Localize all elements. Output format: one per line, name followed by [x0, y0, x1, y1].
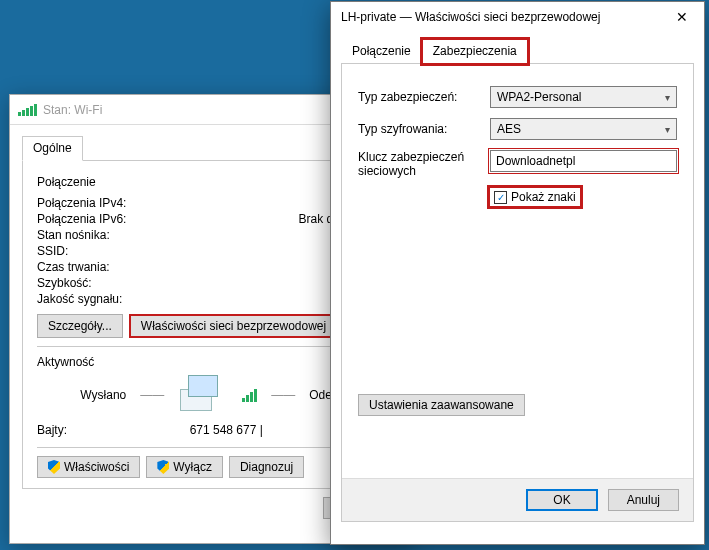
chevron-down-icon: ▾	[665, 124, 670, 135]
security-type-label: Typ zabezpieczeń:	[358, 90, 490, 104]
checkbox-checked-icon: ✓	[494, 191, 507, 204]
disable-button[interactable]: Wyłącz	[146, 456, 223, 478]
props-footer: OK Anuluj	[342, 478, 693, 521]
diagnose-button[interactable]: Diagnozuj	[229, 456, 304, 478]
encryption-type-label: Typ szyfrowania:	[358, 122, 490, 136]
properties-button[interactable]: Właściwości	[37, 456, 140, 478]
computer-icon	[178, 375, 228, 415]
security-type-select[interactable]: WPA2-Personal ▾	[490, 86, 677, 108]
signal-icon	[242, 389, 257, 402]
network-key-label: Klucz zabezpieczeń sieciowych	[358, 150, 490, 178]
shield-icon	[48, 460, 60, 474]
props-title: LH-private — Właściwości sieci bezprzewo…	[341, 10, 600, 24]
cancel-button[interactable]: Anuluj	[608, 489, 679, 511]
details-button[interactable]: Szczegóły...	[37, 314, 123, 338]
tab-connection[interactable]: Połączenie	[341, 39, 422, 64]
wifi-signal-icon	[18, 104, 37, 116]
close-icon[interactable]: ✕	[660, 2, 704, 32]
ok-button[interactable]: OK	[526, 489, 597, 511]
props-titlebar[interactable]: LH-private — Właściwości sieci bezprzewo…	[331, 2, 704, 32]
encryption-type-select[interactable]: AES ▾	[490, 118, 677, 140]
status-title: Stan: Wi-Fi	[43, 103, 102, 117]
network-key-input[interactable]	[490, 150, 677, 172]
chevron-down-icon: ▾	[665, 92, 670, 103]
sent-label: Wysłano	[80, 388, 126, 402]
wireless-properties-button[interactable]: Właściwości sieci bezprzewodowej	[129, 314, 338, 338]
tab-general[interactable]: Ogólne	[22, 136, 83, 161]
shield-icon	[157, 460, 169, 474]
wireless-properties-window: LH-private — Właściwości sieci bezprzewo…	[330, 1, 705, 545]
advanced-settings-button[interactable]: Ustawienia zaawansowane	[358, 394, 525, 416]
show-characters-checkbox[interactable]: ✓ Pokaż znaki	[490, 188, 580, 206]
tab-security[interactable]: Zabezpieczenia	[422, 39, 528, 64]
props-tabs: Połączenie Zabezpieczenia	[341, 38, 694, 64]
